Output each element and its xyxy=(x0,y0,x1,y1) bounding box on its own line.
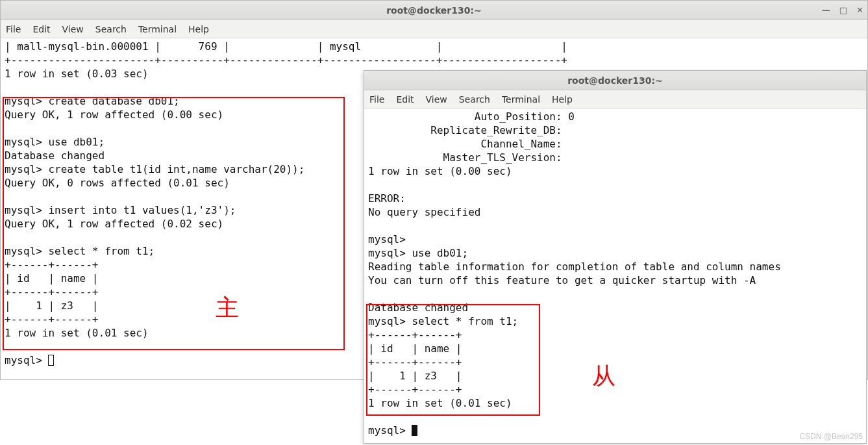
menu-help[interactable]: Help xyxy=(188,24,209,34)
line: Channel_Name: xyxy=(368,138,562,150)
line: mysql> use db01; xyxy=(5,136,105,148)
line: | id | name | xyxy=(368,342,462,355)
line: mysql> create table t1(id int,name varch… xyxy=(5,163,304,175)
line: mysql> insert into t1 values(1,'z3'); xyxy=(5,204,236,216)
line: | id | name | xyxy=(5,272,99,285)
line: | 1 | z3 | xyxy=(5,299,99,312)
cursor xyxy=(412,425,417,436)
terminal-content[interactable]: Auto_Position: 0 Replicate_Rewrite_DB: C… xyxy=(364,108,866,443)
line: ERROR: xyxy=(368,192,406,205)
window-title: root@docker130:~ xyxy=(386,5,482,16)
titlebar[interactable]: root@docker130:~ xyxy=(364,71,866,90)
line: mysql> select * from t1; xyxy=(368,315,518,327)
line: +------+------+ xyxy=(368,356,462,368)
terminal-window-slave: root@docker130:~ File Edit View Search T… xyxy=(364,70,867,444)
minimize-icon[interactable]: — xyxy=(822,6,830,14)
window-controls: — □ ✕ xyxy=(822,1,863,19)
menu-edit[interactable]: Edit xyxy=(396,94,414,105)
line: +------+------+ xyxy=(5,286,99,298)
line: Replicate_Rewrite_DB: xyxy=(368,124,562,136)
menubar: File Edit View Search Terminal Help xyxy=(1,20,867,38)
titlebar[interactable]: root@docker130:~ — □ ✕ xyxy=(1,1,867,20)
menu-view[interactable]: View xyxy=(426,94,447,105)
line: Query OK, 0 rows affected (0.01 sec) xyxy=(5,177,230,189)
maximize-icon[interactable]: □ xyxy=(839,6,847,14)
line: Master_TLS_Version: xyxy=(368,151,562,164)
line: mysql> xyxy=(368,424,412,437)
menu-terminal[interactable]: Terminal xyxy=(138,24,177,34)
menu-edit[interactable]: Edit xyxy=(32,24,50,34)
line: No query specified xyxy=(368,206,480,218)
line: | mall-mysql-bin.000001 | 769 | | mysql … xyxy=(5,40,567,53)
menu-help[interactable]: Help xyxy=(552,94,573,105)
line: You can turn off this feature to get a q… xyxy=(368,274,756,286)
line: | 1 | z3 | xyxy=(368,370,462,382)
line: mysql> use db01; xyxy=(368,247,468,259)
line: mysql> create database db01; xyxy=(5,95,180,107)
line: 1 row in set (0.01 sec) xyxy=(368,397,512,409)
line: 1 row in set (0.00 sec) xyxy=(368,165,512,177)
line: +------+------+ xyxy=(5,313,99,325)
line: mysql> select * from t1; xyxy=(5,245,155,257)
cursor xyxy=(48,355,54,366)
line: 1 row in set (0.03 sec) xyxy=(5,68,149,80)
close-icon[interactable]: ✕ xyxy=(856,6,863,14)
line: +------+------+ xyxy=(368,329,462,341)
menu-file[interactable]: File xyxy=(6,24,21,34)
menu-search[interactable]: Search xyxy=(95,24,127,34)
line: +------+------+ xyxy=(368,383,462,396)
line: Auto_Position: 0 xyxy=(368,110,575,123)
menu-file[interactable]: File xyxy=(369,94,384,105)
line: Query OK, 1 row affected (0.00 sec) xyxy=(5,108,223,121)
watermark: CSDN @Bean295 xyxy=(799,432,863,441)
menubar: File Edit View Search Terminal Help xyxy=(364,90,866,108)
menu-view[interactable]: View xyxy=(62,24,84,34)
line: mysql> xyxy=(5,354,48,366)
line: Query OK, 1 row affected (0.02 sec) xyxy=(5,218,223,230)
menu-terminal[interactable]: Terminal xyxy=(502,94,540,105)
line: Database changed xyxy=(5,149,105,162)
menu-search[interactable]: Search xyxy=(459,94,490,105)
line: +------+------+ xyxy=(5,259,99,271)
window-title: root@docker130:~ xyxy=(567,75,663,86)
line: mysql> xyxy=(368,233,406,246)
line: Reading table information for completion… xyxy=(368,261,781,273)
line: Database changed xyxy=(368,301,468,314)
line: 1 row in set (0.01 sec) xyxy=(5,327,149,339)
line: +-----------------------+----------+----… xyxy=(5,54,567,66)
